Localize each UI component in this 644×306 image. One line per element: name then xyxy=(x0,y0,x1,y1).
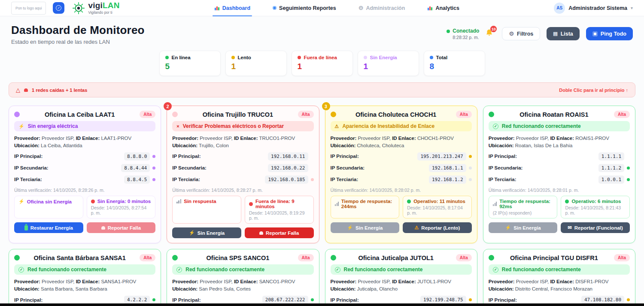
info-left-text: Sin respuesta xyxy=(184,199,216,204)
location-line: Ubicación: Trujillo, Colon xyxy=(172,142,313,149)
button-label: Lista xyxy=(561,31,573,37)
office-card[interactable]: Oficina SPS SANCO1 Alta ✓ Red funcionand… xyxy=(167,249,319,306)
tab-dashboard[interactable]: Dashboard xyxy=(214,0,250,16)
ip-status-dot xyxy=(152,178,155,181)
summary-card-no-power[interactable]: Sin Energía 1 xyxy=(358,51,419,76)
logo-placeholder: Pon tu logo aqui xyxy=(11,2,46,15)
office-status-dot xyxy=(14,255,20,261)
provider-label: Proveedor: xyxy=(489,279,515,284)
info-box-right: Operativo: 11 minutos Desde: 14/10/2025,… xyxy=(403,196,472,218)
ip-row: IP Terciaria: 8.8.4.5 xyxy=(14,175,155,184)
ip-value: 192.168.0.22 xyxy=(268,164,308,172)
info-row: Oficina sin Energía Sin Energía: 0 minut… xyxy=(14,196,155,218)
last-check: Última verificación: 14/10/2025, 8:28:02… xyxy=(331,188,472,193)
priority-badge: Alta xyxy=(140,254,155,261)
check-circle-button[interactable] xyxy=(53,2,64,14)
ip-row: IP Principal: 1.1.1.1 xyxy=(489,152,630,161)
summary-card-slow[interactable]: Lento 1 xyxy=(225,51,287,76)
bar-chart-icon xyxy=(427,5,433,11)
ip-row: IP Principal: 195.201.213.247 xyxy=(331,152,472,161)
card-action-button-1[interactable]: Sin Energía xyxy=(489,222,558,233)
link-label: ID Enlace: xyxy=(234,279,258,284)
ip-status-dot xyxy=(469,298,472,301)
ip-label: IP Terciaria: xyxy=(489,177,598,182)
card-action-button-1[interactable]: Sin Energía xyxy=(331,222,400,233)
location-label: Ubicación: xyxy=(14,143,39,148)
info-left-icon xyxy=(335,202,339,206)
ip-row: IP Terciaria: 192.168.0.185 xyxy=(172,175,313,184)
filters-button[interactable]: ⚙ Filtros xyxy=(502,27,540,40)
tab-seguimiento-reportes[interactable]: Seguimiento Reportes xyxy=(273,0,336,16)
office-card[interactable]: 3 Oficina Choluteca CHOCH1 Alta ⚠ Aparie… xyxy=(325,106,477,243)
user-menu[interactable]: AS Administrador Sistema ▾ xyxy=(554,3,633,14)
office-card[interactable]: 2 Oficina Trujillo TRUCO1 Alta × Verific… xyxy=(167,106,319,243)
status-banner: ✓ Red funcionando correctamente xyxy=(331,264,472,275)
provider-line: Proveedor: Proveedor ISP, ID Enlace: CHO… xyxy=(331,135,472,142)
notifications-bell[interactable]: 10 xyxy=(486,29,493,39)
info-right-text: Operativo: 6 minutos xyxy=(571,199,621,204)
provider-value: Proveedor ISP, xyxy=(200,136,233,141)
location-value: La Ceiba, Atlantida xyxy=(41,143,82,148)
card-action-button-2[interactable]: Reportar (Lento) xyxy=(403,222,472,233)
info-box-right: Fuera de línea: 9 minutos Desde: 14/10/2… xyxy=(245,196,314,224)
info-row: Tiempo de respuesta: 92ms (2 IP(s) respo… xyxy=(489,196,630,218)
button-icon xyxy=(24,225,28,230)
provider-value: Proveedor ISP, xyxy=(42,136,75,141)
connection-status: Conectado 8:28:32 p. m. xyxy=(447,28,479,40)
ip-row: IP Principal: 4.2.2.2 xyxy=(14,296,155,304)
office-card[interactable]: Oficina Principal TGU DISFR1 Alta ✓ Red … xyxy=(483,249,635,306)
info-right-dot xyxy=(249,202,253,206)
provider-line: Proveedor: Proveedor ISP, ID Enlace: LAA… xyxy=(14,135,155,142)
ip-label: IP Principal: xyxy=(489,154,598,159)
info-left-icon xyxy=(176,199,181,203)
status-dot xyxy=(165,56,169,59)
chevron-down-icon: ▾ xyxy=(631,6,633,10)
status-icon: ✓ xyxy=(176,267,182,273)
tab-analytics[interactable]: Analytics xyxy=(427,0,459,16)
provider-value: Proveedor ISP, xyxy=(516,279,549,284)
card-action-button-2[interactable]: Reportar (Funcional) xyxy=(561,222,630,233)
location-value: Juticalpa, Olancho xyxy=(357,286,398,291)
status-dot xyxy=(430,56,433,59)
provider-value: Proveedor ISP, xyxy=(358,136,391,141)
provider-value: Proveedor ISP, xyxy=(516,136,549,141)
card-action-button-1[interactable]: Restaurar Energía xyxy=(14,222,83,233)
location-label: Ubicación: xyxy=(172,143,197,148)
list-button[interactable]: ▤ Lista xyxy=(547,27,580,40)
ip-label: IP Principal: xyxy=(172,154,268,159)
button-label: Reportar Falla xyxy=(266,230,299,236)
last-check: Última verificación: 14/10/2025, 8:28:26… xyxy=(14,188,155,193)
summary-card-offline[interactable]: Fuera de línea 1 xyxy=(292,51,353,76)
info-right-sub: Desde: 14/10/2025, 8:17:04 p. m. xyxy=(407,205,468,215)
summary-label: Fuera de línea xyxy=(304,55,337,60)
link-label: ID Enlace: xyxy=(550,136,574,141)
location-line: Ubicación: Santa Barbara, Santa Barbara xyxy=(14,285,155,293)
location-line: Ubicación: Distrito Central, Francisco M… xyxy=(489,285,630,293)
provider-value: Proveedor ISP, xyxy=(42,279,75,284)
connection-label: Conectado xyxy=(453,28,479,34)
button-label: Ping Todo xyxy=(601,31,626,37)
info-right-sub: Desde: 14/10/2025, 8:27:54 p. m. xyxy=(91,205,152,215)
ip-row: IP Principal: 208.67.222.222 xyxy=(172,296,313,304)
ip-label: IP Principal: xyxy=(489,297,581,303)
summary-card-online[interactable]: En línea 5 xyxy=(159,51,221,76)
status-banner: ✓ Red funcionando correctamente xyxy=(172,264,313,275)
ip-list: IP Principal: 195.201.213.247 IP Secunda… xyxy=(331,152,472,184)
tab-administracion[interactable]: ⚙ Administración xyxy=(358,0,405,16)
link-label: ID Enlace: xyxy=(76,279,100,284)
card-action-button-2[interactable]: Reportar Falla xyxy=(245,227,314,238)
ping-all-button[interactable]: Ping Todo xyxy=(586,27,633,40)
info-right-dot xyxy=(407,200,411,203)
status-text: Sin energía eléctrica xyxy=(28,123,78,129)
summary-label: Total xyxy=(436,55,448,60)
card-action-button-1[interactable]: Sin Energía xyxy=(172,227,241,238)
summary-card-total[interactable]: Total 8 xyxy=(424,51,485,76)
card-action-button-2[interactable]: Reportar Falla xyxy=(87,222,156,233)
priority-badge: Alta xyxy=(456,254,472,261)
alert-banner[interactable]: △ 1 redes caídas + 1 lentas Doble Clic p… xyxy=(9,82,635,97)
office-card[interactable]: Oficina La Ceiba LAAT1 Alta ⚡ Sin energí… xyxy=(9,106,161,243)
status-text: Verificar Problemas eléctricos o Reporta… xyxy=(183,123,284,129)
office-card[interactable]: Oficina Santa Bárbara SANSA1 Alta ✓ Red … xyxy=(9,249,161,306)
office-card[interactable]: Oficina Juticalpa JUTOL1 Alta ✓ Red func… xyxy=(325,249,477,306)
office-card[interactable]: Oficina Roatan ROAIS1 Alta ✓ Red funcion… xyxy=(483,106,635,243)
